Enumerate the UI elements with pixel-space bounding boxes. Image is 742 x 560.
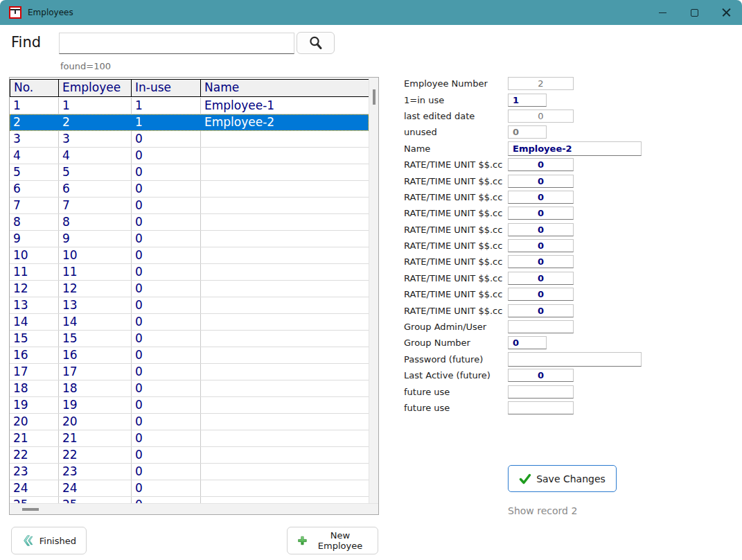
- table-row[interactable]: 16160: [10, 347, 369, 364]
- form-input-in-use[interactable]: [508, 94, 547, 107]
- form-input-name[interactable]: [508, 141, 642, 156]
- table-cell: 16: [10, 347, 59, 363]
- form-input-rate-9[interactable]: [508, 288, 574, 301]
- table-row[interactable]: 990: [10, 231, 369, 247]
- table-row[interactable]: 11110: [10, 264, 369, 281]
- find-input[interactable]: [59, 33, 294, 54]
- form-row: Group Number: [404, 335, 660, 351]
- window-title: Employees: [28, 8, 73, 17]
- form-row: RATE/TIME UNIT $$.cc: [404, 189, 660, 205]
- finished-button[interactable]: Finished: [11, 527, 87, 554]
- form-input-future-use-2[interactable]: [508, 401, 574, 414]
- form-input-group-number[interactable]: [508, 336, 547, 349]
- table-cell: 8: [59, 214, 132, 230]
- table-cell: 0: [132, 447, 201, 463]
- table-cell: [201, 314, 369, 330]
- table-row[interactable]: 770: [10, 198, 369, 214]
- save-changes-button[interactable]: Save Changes: [508, 465, 617, 492]
- table-row[interactable]: 550: [10, 164, 369, 181]
- form-label-rate-5: RATE/TIME UNIT $$.cc: [404, 225, 508, 235]
- table-row[interactable]: 111Employee-1: [10, 98, 369, 114]
- table-cell: 11: [10, 264, 59, 280]
- form-input-rate-7[interactable]: [508, 255, 574, 268]
- maximize-button[interactable]: [678, 0, 710, 25]
- app-window: Employees Find found=100 No. Employee In…: [0, 0, 742, 560]
- form-input-rate-5[interactable]: [508, 223, 574, 236]
- table-cell: [201, 164, 369, 180]
- table-row[interactable]: 330: [10, 131, 369, 148]
- table-row[interactable]: 20200: [10, 414, 369, 430]
- table-cell: 25: [59, 497, 132, 504]
- close-icon: [722, 8, 731, 17]
- table-cell: [201, 297, 369, 313]
- table-row[interactable]: 13130: [10, 297, 369, 314]
- table-row[interactable]: 14140: [10, 314, 369, 331]
- table-cell: 8: [10, 214, 59, 230]
- close-button[interactable]: [710, 0, 742, 25]
- table-cell: [201, 414, 369, 430]
- table-row[interactable]: 221Employee-2: [10, 114, 369, 131]
- column-header-employee[interactable]: Employee: [59, 80, 132, 96]
- minimize-icon: [659, 12, 666, 13]
- table-row[interactable]: 660: [10, 181, 369, 198]
- form-row: RATE/TIME UNIT $$.cc: [404, 222, 660, 238]
- form-label-group-admin-user: Group Admin/User: [404, 322, 508, 332]
- find-label: Find: [11, 34, 41, 51]
- table-cell: 11: [59, 264, 132, 280]
- table-row[interactable]: 17170: [10, 364, 369, 380]
- column-header-name[interactable]: Name: [201, 80, 369, 96]
- table-cell: 0: [132, 148, 201, 164]
- form-row: 1=in use: [404, 91, 660, 107]
- table-row[interactable]: 25250: [10, 497, 369, 504]
- table-cell: 12: [10, 281, 59, 297]
- horizontal-scrollbar[interactable]: [10, 503, 378, 514]
- table-cell: [201, 214, 369, 230]
- form-input-rate-3[interactable]: [508, 191, 574, 204]
- check-icon: [519, 473, 531, 484]
- column-header-no[interactable]: No.: [10, 80, 59, 96]
- form-input-rate-1[interactable]: [508, 158, 574, 171]
- new-employee-label: New Employee: [312, 530, 368, 551]
- form-input-rate-10[interactable]: [508, 304, 574, 317]
- table-row[interactable]: 24240: [10, 480, 369, 497]
- table-row[interactable]: 23230: [10, 464, 369, 480]
- table-cell: 17: [59, 364, 132, 380]
- horizontal-scrollbar-thumb[interactable]: [22, 508, 39, 511]
- form-input-rate-4[interactable]: [508, 207, 574, 220]
- table-row[interactable]: 22220: [10, 447, 369, 464]
- new-employee-button[interactable]: New Employee: [287, 527, 378, 554]
- form-input-rate-8[interactable]: [508, 272, 574, 285]
- form-row: RATE/TIME UNIT $$.cc: [404, 173, 660, 189]
- table-row[interactable]: 10100: [10, 247, 369, 264]
- table-cell: [201, 380, 369, 396]
- table-row[interactable]: 12120: [10, 281, 369, 297]
- table-row[interactable]: 15150: [10, 331, 369, 347]
- table-cell: 9: [10, 231, 59, 247]
- vertical-scrollbar-thumb[interactable]: [373, 89, 376, 105]
- form-input-password-future[interactable]: [508, 352, 642, 367]
- form-input-future-use-1[interactable]: [508, 385, 574, 399]
- table-cell: 0: [132, 480, 201, 496]
- table-cell: 1: [132, 98, 201, 114]
- table-row[interactable]: 880: [10, 214, 369, 231]
- form-input-rate-6[interactable]: [508, 239, 574, 252]
- column-header-in-use[interactable]: In-use: [132, 80, 201, 96]
- form-input-rate-2[interactable]: [508, 175, 574, 188]
- table-cell: 16: [59, 347, 132, 363]
- table-row[interactable]: 440: [10, 148, 369, 164]
- table-body: 111Employee-1221Employee-233044055066077…: [10, 98, 369, 504]
- form-label-password-future: Password (future): [404, 354, 508, 365]
- minimize-button[interactable]: [646, 0, 678, 25]
- form-input-last-active[interactable]: [508, 369, 574, 382]
- search-button[interactable]: [297, 32, 335, 54]
- vertical-scrollbar[interactable]: [369, 78, 378, 503]
- table-row[interactable]: 19190: [10, 397, 369, 414]
- table-cell: 24: [10, 480, 59, 496]
- table-cell: 17: [10, 364, 59, 380]
- table-row[interactable]: 21210: [10, 430, 369, 447]
- table-cell: 14: [10, 314, 59, 330]
- form-input-group-admin-user[interactable]: [508, 320, 574, 333]
- employee-table: No. Employee In-use Name 111Employee-122…: [9, 77, 379, 515]
- table-row[interactable]: 18180: [10, 380, 369, 397]
- table-cell: 22: [59, 447, 132, 463]
